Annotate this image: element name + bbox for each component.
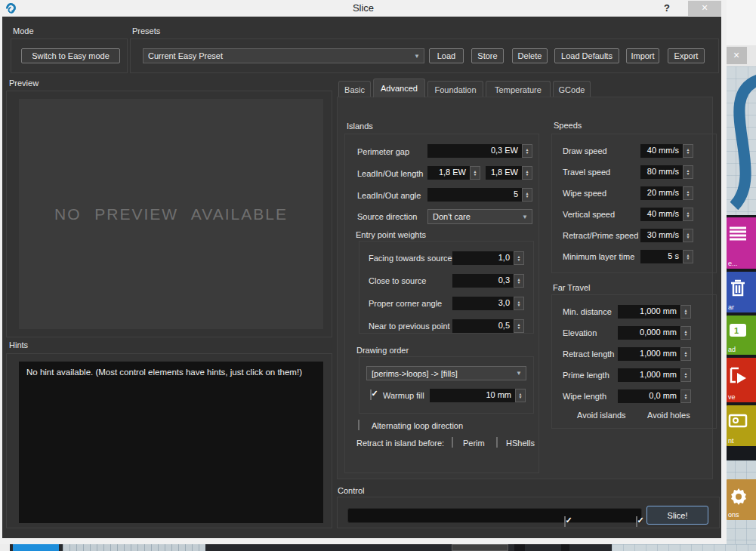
- export-button[interactable]: Export: [668, 48, 705, 63]
- speed-row: Retract/Prime speed 30 mm/s ▲▼: [552, 229, 716, 242]
- perimeter-gap-field[interactable]: 0,3 EW ▲▼: [427, 144, 532, 158]
- field-value: 0,0 mm: [618, 389, 680, 403]
- background-viewport-fragment: [612, 544, 756, 551]
- mode-group: Switch to Easy mode: [11, 38, 128, 73]
- chevron-down-icon: ▼: [414, 53, 424, 60]
- spinner-arrows-icon[interactable]: ▲▼: [514, 251, 524, 265]
- preset-select[interactable]: Current Easy Preset ▼: [143, 48, 424, 63]
- far-travel-row: Prime length 1,000 mm ▲▼: [552, 368, 716, 381]
- speed-field[interactable]: 30 mm/s ▲▼: [640, 229, 693, 242]
- spinner-arrows-icon[interactable]: ▲▼: [522, 188, 532, 202]
- leadinout-length-field-2[interactable]: 1,8 EW ▲▼: [486, 166, 532, 180]
- spinner-arrows-icon[interactable]: ▲▼: [522, 166, 532, 180]
- spinner-arrows-icon[interactable]: ▲▼: [680, 347, 691, 361]
- bg-button-label: ons: [728, 511, 739, 519]
- spinner-arrows-icon[interactable]: ▲▼: [470, 166, 480, 180]
- field-value: 1,000 mm: [618, 368, 680, 382]
- spinner-arrows-icon[interactable]: ▲▼: [680, 326, 691, 340]
- speed-field[interactable]: 5 s ▲▼: [640, 250, 693, 263]
- tab-gcode[interactable]: GCode: [553, 81, 591, 97]
- spinner-arrows-icon[interactable]: ▲▼: [683, 186, 693, 200]
- tab-foundation[interactable]: Foundation: [427, 81, 483, 97]
- speed-field[interactable]: 20 mm/s ▲▼: [640, 186, 693, 200]
- retract-hshells-checkbox[interactable]: [496, 437, 498, 448]
- spinner-arrows-icon[interactable]: ▲▼: [515, 389, 526, 402]
- spinner-arrows-icon[interactable]: ▲▼: [514, 319, 524, 333]
- tab-basic[interactable]: Basic: [338, 81, 371, 97]
- weight-label: Facing towards source: [369, 254, 452, 263]
- leadinout-angle-field[interactable]: 5 ▲▼: [427, 188, 532, 202]
- help-icon[interactable]: ?: [660, 2, 674, 15]
- title-bar[interactable]: Slice ? ×: [0, 0, 727, 17]
- close-icon[interactable]: ×: [688, 1, 721, 16]
- background-viewport-floor: ons: [724, 460, 756, 551]
- spinner-arrows-icon[interactable]: ▲▼: [514, 274, 524, 288]
- field-value: 0,3: [452, 274, 514, 288]
- far-travel-field-label: Wipe length: [563, 392, 618, 401]
- weight-field[interactable]: 0,3 ▲▼: [452, 274, 524, 288]
- spinner-arrows-icon[interactable]: ▲▼: [680, 305, 691, 319]
- field-value: 1,8 EW: [427, 166, 470, 180]
- avoid-islands-checkbox[interactable]: [564, 516, 566, 527]
- source-direction-select[interactable]: Don't care ▼: [427, 209, 532, 224]
- background-app-panel: × e... ar 1: [724, 0, 756, 551]
- retract-hshells-label: HShells: [506, 439, 535, 448]
- drawing-order-label: Drawing order: [356, 346, 409, 355]
- bg-options-button[interactable]: ons: [725, 479, 756, 520]
- weight-field[interactable]: 3,0 ▲▼: [452, 297, 524, 310]
- dialog-content: Mode Switch to Easy mode Presets Current…: [2, 17, 721, 538]
- alternating-loop-checkbox[interactable]: [358, 420, 359, 430]
- tab-temperature[interactable]: Temperature: [486, 81, 551, 97]
- tab-advanced[interactable]: Advanced: [373, 78, 425, 97]
- far-travel-field[interactable]: 0,000 mm ▲▼: [618, 326, 691, 340]
- delete-button[interactable]: Delete: [512, 48, 548, 63]
- spinner-arrows-icon[interactable]: ▲▼: [683, 144, 693, 158]
- islands-group: Perimeter gap 0,3 EW ▲▼ LeadIn/Out lengt…: [344, 134, 539, 473]
- spinner-arrows-icon[interactable]: ▲▼: [683, 250, 693, 263]
- spinner-arrows-icon[interactable]: ▲▼: [522, 144, 532, 158]
- import-button[interactable]: Import: [626, 48, 659, 63]
- spinner-arrows-icon[interactable]: ▲▼: [683, 165, 693, 179]
- avoid-holes-checkbox[interactable]: [636, 516, 637, 527]
- field-value: 40 mm/s: [640, 144, 683, 158]
- bg-print-button[interactable]: nt: [725, 405, 756, 446]
- weight-field[interactable]: 0,5 ▲▼: [452, 319, 524, 333]
- weight-field[interactable]: 1,0 ▲▼: [452, 251, 524, 265]
- spinner-arrows-icon[interactable]: ▲▼: [680, 368, 691, 382]
- no-preview-text: NO PREVIEW AVAILABLE: [54, 205, 288, 223]
- field-value: 0,000 mm: [618, 326, 680, 340]
- background-close-icon[interactable]: ×: [726, 47, 747, 64]
- drawing-order-select[interactable]: [perims->loops] -> [fills] ▼: [366, 366, 526, 380]
- spinner-arrows-icon[interactable]: ▲▼: [683, 229, 693, 242]
- far-travel-field-label: Elevation: [563, 328, 618, 337]
- bg-load-button[interactable]: 1 ad: [725, 316, 756, 355]
- spinner-arrows-icon[interactable]: ▲▼: [514, 297, 524, 310]
- speed-label: Wipe speed: [563, 189, 640, 198]
- load-button[interactable]: Load: [429, 48, 464, 63]
- speed-field[interactable]: 40 mm/s ▲▼: [640, 144, 693, 158]
- far-travel-field[interactable]: 1,000 mm ▲▼: [618, 347, 691, 361]
- bg-save-button[interactable]: ve: [725, 358, 756, 402]
- bg-clear-button[interactable]: ar: [725, 272, 756, 312]
- spinner-arrows-icon[interactable]: ▲▼: [680, 389, 691, 403]
- leadinout-length-field-1[interactable]: 1,8 EW ▲▼: [427, 166, 480, 180]
- warmup-fill-field[interactable]: 10 mm ▲▼: [430, 389, 526, 402]
- slice-button[interactable]: Slice!: [646, 506, 708, 525]
- speed-field[interactable]: 40 mm/s ▲▼: [640, 208, 693, 221]
- warmup-fill-label: Warmup fill: [383, 391, 424, 400]
- bg-slice-button[interactable]: e...: [725, 217, 756, 269]
- store-button[interactable]: Store: [471, 48, 504, 63]
- advanced-tab-panel: Islands Perimeter gap 0,3 EW ▲▼ LeadIn/O…: [337, 97, 713, 479]
- switch-easy-mode-button[interactable]: Switch to Easy mode: [21, 48, 120, 63]
- spinner-arrows-icon[interactable]: ▲▼: [683, 208, 693, 221]
- far-travel-field[interactable]: 1,000 mm ▲▼: [618, 305, 691, 319]
- islands-label: Islands: [347, 122, 373, 131]
- far-travel-label: Far Travel: [553, 283, 591, 292]
- speed-field[interactable]: 80 mm/s ▲▼: [640, 165, 693, 179]
- far-travel-field[interactable]: 0,0 mm ▲▼: [618, 389, 691, 403]
- far-travel-field[interactable]: 1,000 mm ▲▼: [618, 368, 691, 382]
- load-defaults-button[interactable]: Load Defaults: [554, 48, 619, 63]
- field-value: 5 s: [640, 250, 683, 263]
- retract-perim-checkbox[interactable]: [452, 437, 453, 448]
- warmup-fill-checkbox[interactable]: [370, 389, 372, 400]
